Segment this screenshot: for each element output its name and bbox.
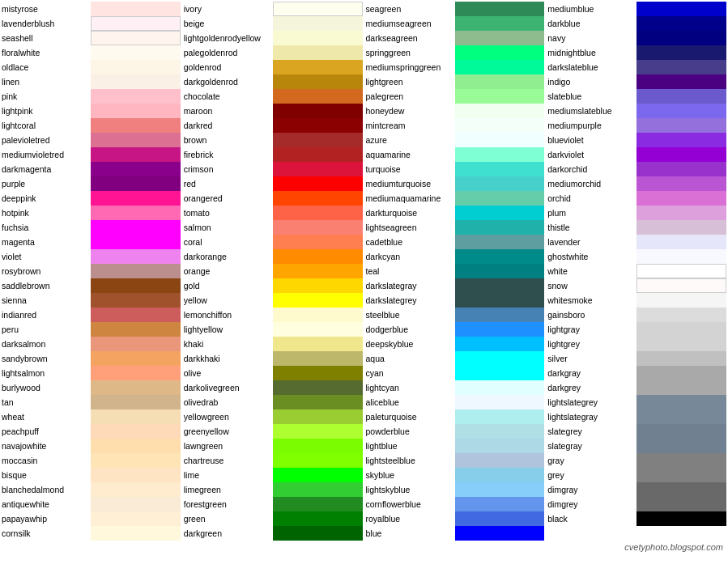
color-name: lightsteelblue xyxy=(364,453,453,468)
main-container: mistyroselavenderblushseashellfloralwhit… xyxy=(0,0,728,555)
color-swatch xyxy=(273,89,363,104)
color-name: oldlace xyxy=(0,60,89,74)
color-swatch xyxy=(636,308,726,322)
color-swatch xyxy=(91,366,181,380)
color-swatch xyxy=(455,424,545,439)
color-swatch xyxy=(455,380,545,395)
color-swatch xyxy=(91,235,181,249)
color-name: coral xyxy=(182,235,271,249)
color-swatch xyxy=(636,497,726,511)
color-name: seagreen xyxy=(364,2,453,16)
color-swatch xyxy=(636,74,726,89)
column-col4: mediumbluedarkbluenavymidnightbluedarksl… xyxy=(546,2,728,541)
color-swatch xyxy=(273,31,363,45)
color-name: brown xyxy=(182,133,271,147)
color-name: tan xyxy=(0,395,89,409)
color-swatch xyxy=(636,235,726,249)
color-name: chartreuse xyxy=(182,453,271,468)
color-swatch xyxy=(455,409,545,424)
color-swatch xyxy=(273,482,363,497)
color-swatch xyxy=(636,511,726,526)
color-name: cadetblue xyxy=(364,235,453,249)
color-swatch xyxy=(636,176,726,191)
color-name: cornflowerblue xyxy=(364,497,453,511)
color-swatch xyxy=(273,293,363,308)
color-name xyxy=(546,526,635,541)
color-name: palegreen xyxy=(364,89,453,104)
color-swatch xyxy=(455,322,545,337)
color-swatch xyxy=(273,439,363,453)
color-name: maroon xyxy=(182,104,271,118)
color-swatch xyxy=(91,278,181,293)
color-swatch xyxy=(636,337,726,351)
color-name: lightgreen xyxy=(364,74,453,89)
color-swatch xyxy=(455,133,545,147)
color-name: azure xyxy=(364,133,453,147)
color-name: olivedrab xyxy=(182,395,271,409)
color-name: lightcyan xyxy=(364,380,453,395)
color-swatch xyxy=(273,351,363,366)
color-swatch xyxy=(636,366,726,380)
color-name: darksalmon xyxy=(0,337,89,351)
color-swatch xyxy=(455,308,545,322)
color-swatch xyxy=(636,409,726,424)
color-name: slateblue xyxy=(546,89,635,104)
color-name: darkkhaki xyxy=(182,351,271,366)
color-swatch xyxy=(455,118,545,133)
color-swatch xyxy=(273,206,363,220)
color-swatch xyxy=(91,133,181,147)
color-name: gold xyxy=(182,278,271,293)
color-swatch xyxy=(91,31,181,45)
color-swatch xyxy=(455,264,545,278)
color-name: steelblue xyxy=(364,308,453,322)
color-name: grey xyxy=(546,468,635,482)
color-name: skyblue xyxy=(364,468,453,482)
color-swatch xyxy=(636,380,726,395)
color-name: dimgray xyxy=(546,482,635,497)
color-swatch xyxy=(455,220,545,235)
color-swatch xyxy=(636,104,726,118)
color-swatch xyxy=(273,104,363,118)
color-swatch xyxy=(273,395,363,409)
color-name: darkgreen xyxy=(182,526,271,541)
color-swatch xyxy=(273,308,363,322)
color-swatch xyxy=(636,351,726,366)
color-name: pink xyxy=(0,89,89,104)
color-swatch xyxy=(91,220,181,235)
color-swatch xyxy=(636,2,726,16)
color-name: olive xyxy=(182,366,271,380)
color-name: dodgerblue xyxy=(364,322,453,337)
color-swatch xyxy=(91,60,181,74)
color-name: seashell xyxy=(0,31,89,45)
color-name: blue xyxy=(364,526,453,541)
color-swatch xyxy=(636,118,726,133)
color-name: mediumvioletred xyxy=(0,147,89,162)
color-name: mediumaquamarine xyxy=(364,191,453,206)
color-name: lightslategrey xyxy=(546,395,635,409)
color-swatch xyxy=(273,366,363,380)
color-swatch xyxy=(91,497,181,511)
color-swatch xyxy=(273,16,363,31)
color-name: sandybrown xyxy=(0,351,89,366)
color-swatch xyxy=(91,264,181,278)
color-name: linen xyxy=(0,74,89,89)
color-swatch xyxy=(636,468,726,482)
color-name: lightpink xyxy=(0,104,89,118)
color-name: gainsboro xyxy=(546,308,635,322)
color-swatch xyxy=(91,482,181,497)
color-swatch xyxy=(636,206,726,220)
color-swatch xyxy=(91,511,181,526)
color-swatch xyxy=(273,191,363,206)
color-name: darkgray xyxy=(546,366,635,380)
color-name: darkcyan xyxy=(364,249,453,264)
color-name: honeydew xyxy=(364,104,453,118)
color-name: lightblue xyxy=(364,439,453,453)
color-name: darkviolet xyxy=(546,147,635,162)
color-swatch xyxy=(636,395,726,409)
color-name: darkslateblue xyxy=(546,60,635,74)
color-name: darkgrey xyxy=(546,380,635,395)
color-name: powderblue xyxy=(364,424,453,439)
color-swatch xyxy=(636,191,726,206)
color-name: mediumturquoise xyxy=(364,176,453,191)
color-name: fuchsia xyxy=(0,220,89,235)
